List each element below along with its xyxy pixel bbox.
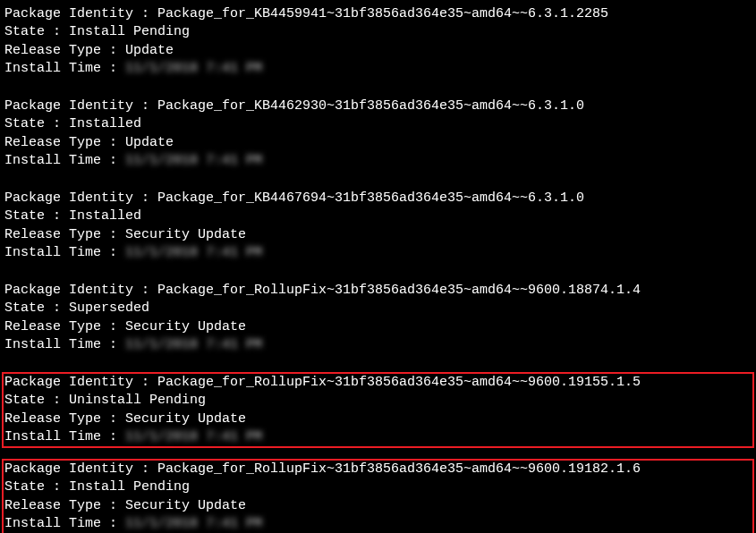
install-time-value-redacted: 11/1/2018 7:41 PM <box>125 60 262 78</box>
state-row: State : Uninstall Pending <box>4 392 752 410</box>
state-row: State : Installed <box>4 115 752 133</box>
install-time-label: Install Time : <box>4 515 125 533</box>
release-type-value: Security Update <box>125 410 246 428</box>
install-time-value-redacted: 11/1/2018 7:41 PM <box>125 336 262 354</box>
release-type-label: Release Type : <box>4 42 125 60</box>
install-time-value-redacted: 11/1/2018 7:41 PM <box>125 515 262 533</box>
release-type-label: Release Type : <box>4 410 125 428</box>
release-type-value: Update <box>125 42 174 60</box>
install-time-row: Install Time : 11/1/2018 7:41 PM <box>4 336 752 354</box>
install-time-row: Install Time : 11/1/2018 7:41 PM <box>4 60 752 78</box>
state-label: State : <box>4 23 69 41</box>
release-type-label: Release Type : <box>4 226 125 244</box>
install-time-row: Install Time : 11/1/2018 7:41 PM <box>4 152 752 170</box>
terminal-output: Package Identity : Package_for_KB4459941… <box>2 4 754 533</box>
release-type-value: Security Update <box>125 318 246 336</box>
package-identity-value: Package_for_RollupFix~31bf3856ad364e35~a… <box>157 374 641 392</box>
release-type-row: Release Type : Security Update <box>4 497 752 515</box>
state-value: Installed <box>69 115 141 133</box>
package-identity-row: Package Identity : Package_for_KB4467694… <box>4 190 752 207</box>
install-time-value-redacted: 11/1/2018 7:41 PM <box>125 244 262 262</box>
state-label: State : <box>4 115 69 133</box>
package-identity-label: Package Identity : <box>4 374 157 392</box>
release-type-value: Security Update <box>125 497 246 515</box>
state-row: State : Install Pending <box>4 478 752 496</box>
install-time-label: Install Time : <box>4 428 125 446</box>
package-identity-label: Package Identity : <box>4 282 157 300</box>
package-identity-value: Package_for_RollupFix~31bf3856ad364e35~a… <box>157 461 641 478</box>
package-identity-value: Package_for_RollupFix~31bf3856ad364e35~a… <box>157 282 641 300</box>
state-row: State : Install Pending <box>4 23 752 41</box>
release-type-label: Release Type : <box>4 318 125 336</box>
package-identity-row: Package Identity : Package_for_RollupFix… <box>4 374 752 392</box>
package-identity-value: Package_for_KB4459941~31bf3856ad364e35~a… <box>157 5 608 23</box>
state-label: State : <box>4 478 69 496</box>
package-identity-label: Package Identity : <box>4 190 157 207</box>
install-time-label: Install Time : <box>4 60 125 78</box>
state-row: State : Installed <box>4 207 752 225</box>
release-type-value: Update <box>125 134 174 152</box>
package-block: Package Identity : Package_for_KB4467694… <box>2 188 754 264</box>
package-identity-row: Package Identity : Package_for_KB4459941… <box>4 5 752 23</box>
release-type-value: Security Update <box>125 226 246 244</box>
install-time-value-redacted: 11/1/2018 7:41 PM <box>125 428 262 446</box>
install-time-row: Install Time : 11/1/2018 7:41 PM <box>4 515 752 533</box>
state-value: Superseded <box>69 300 149 317</box>
release-type-row: Release Type : Update <box>4 42 752 60</box>
state-label: State : <box>4 207 69 225</box>
install-time-row: Install Time : 11/1/2018 7:41 PM <box>4 244 752 262</box>
release-type-row: Release Type : Security Update <box>4 318 752 336</box>
package-identity-label: Package Identity : <box>4 461 157 478</box>
package-identity-label: Package Identity : <box>4 5 157 23</box>
install-time-row: Install Time : 11/1/2018 7:41 PM <box>4 428 752 446</box>
state-label: State : <box>4 300 69 317</box>
package-block: Package Identity : Package_for_RollupFix… <box>2 372 754 448</box>
package-identity-row: Package Identity : Package_for_RollupFix… <box>4 282 752 300</box>
release-type-label: Release Type : <box>4 497 125 515</box>
state-value: Install Pending <box>69 478 190 496</box>
state-label: State : <box>4 392 69 410</box>
install-time-label: Install Time : <box>4 336 125 354</box>
package-identity-label: Package Identity : <box>4 97 157 115</box>
state-value: Uninstall Pending <box>69 392 206 410</box>
state-value: Installed <box>69 207 141 225</box>
package-identity-value: Package_for_KB4462930~31bf3856ad364e35~a… <box>157 97 584 115</box>
package-identity-row: Package Identity : Package_for_RollupFix… <box>4 461 752 478</box>
package-identity-value: Package_for_KB4467694~31bf3856ad364e35~a… <box>157 190 584 207</box>
release-type-row: Release Type : Security Update <box>4 226 752 244</box>
package-block: Package Identity : Package_for_RollupFix… <box>2 280 754 356</box>
state-value: Install Pending <box>69 23 190 41</box>
release-type-row: Release Type : Security Update <box>4 410 752 428</box>
package-block: Package Identity : Package_for_KB4459941… <box>2 4 754 80</box>
package-identity-row: Package Identity : Package_for_KB4462930… <box>4 97 752 115</box>
install-time-label: Install Time : <box>4 152 125 170</box>
package-block: Package Identity : Package_for_KB4462930… <box>2 96 754 172</box>
install-time-value-redacted: 11/1/2018 7:41 PM <box>125 152 262 170</box>
release-type-label: Release Type : <box>4 134 125 152</box>
state-row: State : Superseded <box>4 300 752 317</box>
release-type-row: Release Type : Update <box>4 134 752 152</box>
package-block: Package Identity : Package_for_RollupFix… <box>2 459 754 533</box>
install-time-label: Install Time : <box>4 244 125 262</box>
